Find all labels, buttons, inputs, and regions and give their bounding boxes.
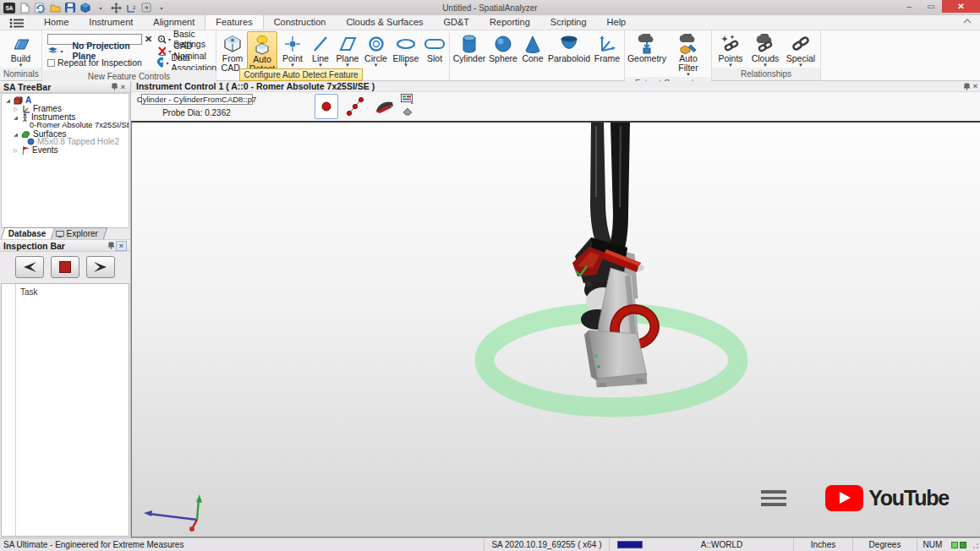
new-file-icon[interactable] [19,3,30,14]
ellipse-button[interactable]: Ellipse ▼ [390,31,422,84]
repeat-inspection-checkbox[interactable] [47,59,55,67]
circle-button[interactable]: Circle ▼ [362,31,390,84]
tree-item-tapped-hole[interactable]: M5x0.8 Tapped Hole2 [2,138,129,146]
repeat-inspection-label[interactable]: Repeat for Inspection [57,57,142,68]
cone-icon [523,33,542,54]
tab-alignment[interactable]: Alignment [143,15,205,30]
export-model-icon[interactable] [79,3,91,14]
active-feature-field[interactable]: Cylinder - CylinderFromCAD8::p7 [141,94,253,105]
measure-single-point-button[interactable] [315,94,338,119]
circle-icon [367,33,386,54]
tab-database[interactable]: Database [1,227,56,239]
instrument-display-button[interactable] [401,94,414,105]
pin-icon[interactable] [962,83,972,90]
progress-block [617,541,643,548]
pin-icon[interactable] [107,242,116,249]
paraboloid-icon [559,33,579,54]
pin-icon[interactable] [110,83,119,90]
status-active-frame[interactable]: A::WORLD [650,538,794,551]
window-title: Untitled - SpatialAnalyzer [442,3,537,13]
extract-geometry-button[interactable]: Geometry [627,31,667,77]
slot-button[interactable]: Slot [422,31,447,84]
measure-stream-points-button[interactable] [343,94,367,119]
close-button[interactable]: ✕ [942,0,980,13]
tree-item-collection-a[interactable]: ◢ A [2,96,129,105]
close-panel-icon[interactable]: × [972,82,979,90]
expander-icon[interactable]: ◢ [13,114,19,120]
tab-explorer[interactable]: Explorer [48,227,108,239]
inspection-stop-button[interactable] [51,256,79,278]
youtube-logo[interactable]: YouTube [825,485,949,511]
app-menu-icon[interactable] [0,17,34,29]
instrument-settings-button[interactable] [402,106,413,116]
maximize-button[interactable]: ▭ [920,0,942,13]
clouds-relationship-button[interactable]: Clouds ▼ [747,31,783,68]
tab-scripting[interactable]: Scripting [540,15,597,30]
world-frame-triad [144,494,202,532]
status-angle-units[interactable]: Degrees [853,538,917,551]
tab-gdt[interactable]: GD&T [434,15,480,30]
tree-item-events[interactable]: ▷ Events [2,146,129,155]
dropdown-caret[interactable]: ▾ [60,48,63,54]
tab-instrument[interactable]: Instrument [79,15,143,30]
sphere-button[interactable]: Sphere [487,31,519,84]
cylinder-button[interactable]: Cylinder [452,31,487,84]
ribbon: Build ▼ Nominals ✕ ▾ [0,30,980,81]
sa-logo-icon[interactable]: SA [3,3,15,14]
tab-reporting[interactable]: Reporting [479,15,540,30]
dropdown-caret[interactable]: ▾ [166,60,168,66]
frame-icon [598,33,616,54]
projection-plane-icon[interactable] [47,46,57,55]
open-folder-icon[interactable] [49,3,61,14]
points-relationship-button[interactable]: Points ▼ [714,31,747,68]
tab-home[interactable]: Home [34,15,79,30]
inspection-forward-button[interactable] [86,256,115,278]
expander-icon[interactable]: ◢ [13,131,19,137]
expander-icon[interactable]: ▷ [13,147,19,153]
cone-button[interactable]: Cone [519,31,546,84]
paste-icon[interactable] [140,3,152,14]
close-panel-icon[interactable]: × [119,83,127,91]
qat-overflow-caret-icon[interactable]: ▾ [156,3,167,14]
tab-features[interactable]: Features [205,14,263,30]
status-units[interactable]: Inches [794,538,853,551]
paraboloid-button[interactable]: Paraboloid [546,31,592,84]
tab-clouds-surfaces[interactable]: Clouds & Surfaces [336,15,433,30]
frame-button[interactable]: Frame [592,31,622,84]
dropdown-caret[interactable]: ▾ [168,36,171,42]
move-objects-icon[interactable] [110,3,122,14]
3d-scene [132,123,980,537]
build-button[interactable]: Build ▼ [9,31,33,68]
scan-surface-button[interactable] [372,94,396,119]
expander-icon[interactable]: ▷ [13,106,19,112]
sphere-icon [494,33,512,54]
collapse-ribbon-icon[interactable] [963,18,972,25]
inspection-bar-header: Inspection Bar × [0,240,130,252]
special-relationship-button[interactable]: Special ▼ [783,31,818,68]
tree-item-instruments[interactable]: ◢ Instruments [2,113,129,122]
expander-icon[interactable]: ◢ [5,97,11,103]
save-icon[interactable] [64,3,76,14]
graphics-viewport[interactable]: YouTube [131,121,980,537]
frame-tool-icon[interactable]: 2 [125,3,137,14]
surface-entity-icon [27,138,35,145]
task-header: Task [20,287,38,297]
left-panel: SA TreeBar × ◢ A ▷ Frames [0,81,131,537]
task-panel[interactable]: Task [1,283,129,537]
close-panel-icon[interactable]: × [116,241,127,251]
minimize-button[interactable]: – [898,0,920,13]
import-icon[interactable] [34,3,46,14]
basic-settings-icon[interactable] [157,35,166,44]
auto-filter-button[interactable]: Auto Filter ▼ [667,31,709,77]
treebar-title: SA TreeBar [3,82,51,92]
group-label-nominals: Nominals [0,68,41,80]
cad-nominal-icon[interactable] [157,46,166,56]
inspection-back-button[interactable] [15,256,44,278]
resize-grip[interactable] [970,538,980,551]
dropdown-caret-icon[interactable]: ▾ [95,3,107,14]
tab-help[interactable]: Help [597,15,637,30]
instrument-header: Instrument Control 1 ( A::0 - Romer Abso… [131,81,980,92]
menu-burger-icon[interactable] [761,490,786,506]
tab-construction[interactable]: Construction [264,15,337,30]
data-association-icon[interactable] [157,57,163,68]
